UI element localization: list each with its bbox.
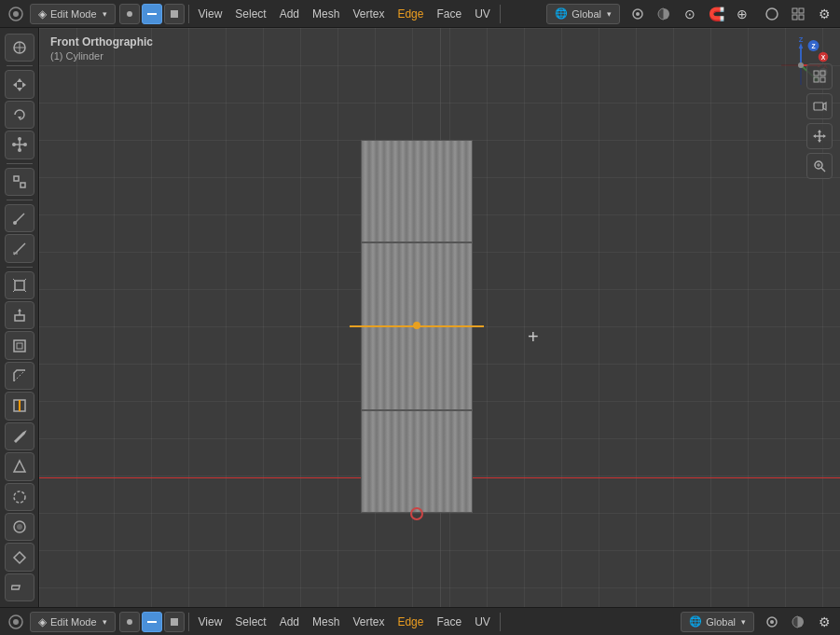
edge-select-icon[interactable] bbox=[142, 4, 162, 24]
bottom-mesh-menu[interactable]: Mesh bbox=[307, 612, 345, 632]
svg-text:Z: Z bbox=[811, 43, 815, 49]
viewport-overlay-icons bbox=[806, 63, 833, 179]
tool-poly-build[interactable] bbox=[5, 452, 34, 480]
vertex-menu[interactable]: Vertex bbox=[347, 4, 390, 24]
bottom-overlay-btn[interactable] bbox=[760, 610, 784, 634]
bottom-mode-selector[interactable]: ◈ Edit Mode ▾ bbox=[30, 612, 116, 632]
svg-rect-4 bbox=[171, 10, 178, 18]
transform-label: Global bbox=[571, 8, 601, 20]
cylinder-top-segment bbox=[361, 140, 473, 242]
tool-smooth[interactable] bbox=[5, 513, 34, 541]
tool-move[interactable] bbox=[5, 70, 34, 98]
cylinder-bot-segment bbox=[361, 410, 473, 513]
blender-icon[interactable] bbox=[4, 2, 28, 26]
bottom-face-menu[interactable]: Face bbox=[431, 612, 467, 632]
shading-selector[interactable] bbox=[652, 2, 676, 26]
view-menu[interactable]: View bbox=[193, 4, 228, 24]
svg-point-49 bbox=[17, 524, 22, 530]
bottom-edit-mode-icon: ◈ bbox=[38, 615, 47, 628]
svg-rect-86 bbox=[171, 618, 178, 626]
settings-icon[interactable]: ⚙ bbox=[812, 2, 836, 26]
svg-text:X: X bbox=[821, 54, 826, 61]
face-menu[interactable]: Face bbox=[431, 4, 467, 24]
scene-icon[interactable] bbox=[760, 2, 784, 26]
mode-label: Edit Mode bbox=[50, 8, 97, 20]
zoom-icon-btn[interactable] bbox=[806, 153, 833, 179]
tool-extrude[interactable] bbox=[5, 301, 34, 329]
sidebar-sep3 bbox=[7, 200, 33, 200]
tool-cursor[interactable] bbox=[5, 34, 34, 62]
tool-knife[interactable] bbox=[5, 422, 34, 450]
tool-loop-cut[interactable] bbox=[5, 392, 34, 420]
svg-marker-17 bbox=[13, 82, 17, 88]
bottom-edge-menu[interactable]: Edge bbox=[392, 612, 429, 632]
tool-transform[interactable] bbox=[5, 168, 34, 196]
grid-icon-btn[interactable] bbox=[806, 63, 833, 90]
transform-selector[interactable]: 🌐 Global ▾ bbox=[546, 4, 620, 24]
selected-vertex-dot bbox=[413, 322, 420, 329]
select-menu[interactable]: Select bbox=[229, 4, 271, 24]
svg-point-24 bbox=[18, 137, 21, 141]
svg-marker-45 bbox=[15, 432, 25, 442]
svg-rect-11 bbox=[799, 15, 804, 20]
bottom-transform-selector[interactable]: 🌐 Global ▾ bbox=[681, 612, 754, 632]
bottom-select-menu[interactable]: Select bbox=[229, 612, 271, 632]
bottom-blender-icon[interactable] bbox=[4, 610, 28, 634]
mode-selector[interactable]: ◈ Edit Mode ▾ bbox=[30, 4, 116, 24]
mode-arrow: ▾ bbox=[103, 9, 107, 19]
tool-scale[interactable] bbox=[5, 131, 34, 159]
sidebar-sep4 bbox=[7, 267, 33, 268]
vertex-select-icon[interactable] bbox=[119, 4, 140, 24]
tool-shear[interactable] bbox=[5, 573, 34, 601]
face-select-icon[interactable] bbox=[164, 4, 185, 24]
snapping-toggle[interactable]: 🧲 bbox=[704, 2, 728, 26]
svg-line-28 bbox=[15, 214, 24, 223]
bottom-settings-icon[interactable]: ⚙ bbox=[812, 610, 836, 634]
uv-menu[interactable]: UV bbox=[469, 4, 496, 24]
svg-point-7 bbox=[766, 8, 778, 20]
tool-bevel[interactable] bbox=[5, 362, 34, 390]
tool-inset[interactable] bbox=[5, 331, 34, 359]
svg-rect-69 bbox=[820, 71, 825, 76]
bottom-transform-icon: 🌐 bbox=[689, 615, 702, 628]
bottom-shading-btn[interactable] bbox=[786, 610, 810, 634]
svg-point-84 bbox=[127, 619, 132, 625]
svg-point-22 bbox=[12, 143, 16, 146]
bottom-toolbar: ◈ Edit Mode ▾ View Select Add Mesh Verte… bbox=[0, 607, 840, 635]
svg-rect-10 bbox=[792, 15, 797, 20]
bottom-view-menu[interactable]: View bbox=[193, 612, 228, 632]
bottom-face-select[interactable] bbox=[164, 612, 185, 632]
tool-measure[interactable] bbox=[5, 234, 34, 262]
bottom-add-menu[interactable]: Add bbox=[274, 612, 305, 632]
tool-annotate[interactable] bbox=[5, 204, 34, 232]
pan-icon-btn[interactable] bbox=[806, 123, 833, 149]
mesh-menu[interactable]: Mesh bbox=[307, 4, 345, 24]
camera-icon-btn[interactable] bbox=[806, 93, 833, 119]
svg-rect-41 bbox=[14, 340, 25, 352]
tool-shrink[interactable] bbox=[5, 543, 34, 571]
bottom-edge-select[interactable] bbox=[142, 612, 162, 632]
bottom-vertex-select[interactable] bbox=[119, 612, 140, 632]
svg-text:Z: Z bbox=[799, 37, 804, 44]
viewport[interactable]: Front Orthographic (1) Cylinder + Z bbox=[39, 28, 840, 607]
svg-marker-77 bbox=[823, 134, 826, 138]
overlay-dropdown[interactable] bbox=[626, 2, 650, 26]
svg-marker-16 bbox=[17, 88, 22, 91]
bottom-uv-menu[interactable]: UV bbox=[469, 612, 496, 632]
viewport-icon[interactable] bbox=[786, 2, 810, 26]
tool-add-cube[interactable] bbox=[5, 271, 34, 299]
svg-line-36 bbox=[24, 290, 26, 292]
add-menu[interactable]: Add bbox=[274, 4, 305, 24]
tool-rotate[interactable] bbox=[5, 101, 34, 129]
svg-line-79 bbox=[821, 168, 825, 172]
tool-spin[interactable] bbox=[5, 483, 34, 511]
gizmo-toggle[interactable]: ⊙ bbox=[678, 2, 702, 26]
sidebar-sep2 bbox=[7, 163, 33, 164]
svg-marker-18 bbox=[22, 82, 26, 88]
bottom-vertex-menu[interactable]: Vertex bbox=[347, 612, 390, 632]
svg-point-6 bbox=[636, 12, 640, 16]
cylinder-mesh bbox=[361, 140, 473, 513]
edge-menu[interactable]: Edge bbox=[392, 4, 429, 24]
proportional-toggle[interactable]: ⊕ bbox=[730, 2, 754, 26]
svg-rect-27 bbox=[21, 183, 25, 187]
